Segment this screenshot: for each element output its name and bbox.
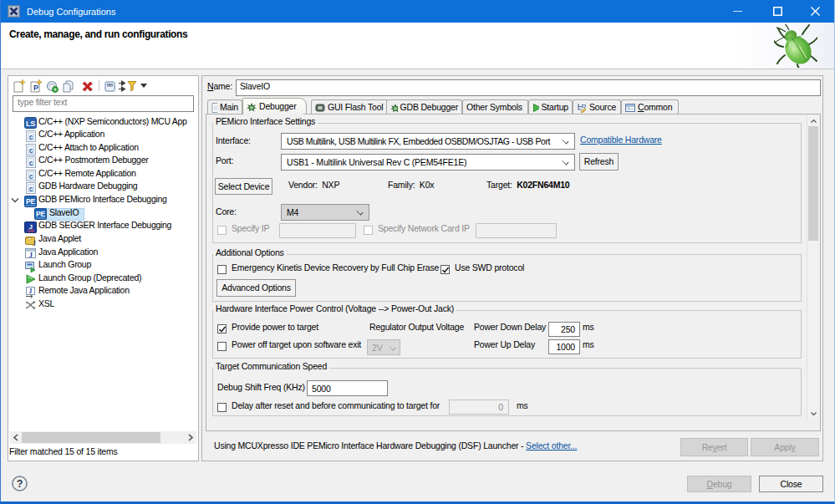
svg-text:Link: Link bbox=[28, 229, 34, 233]
svg-text:PE: PE bbox=[36, 210, 45, 218]
svg-text:?: ? bbox=[17, 478, 23, 490]
svg-text:J: J bbox=[29, 288, 33, 295]
svg-text:J: J bbox=[33, 239, 36, 247]
svg-text:P: P bbox=[33, 84, 38, 92]
svg-text:c: c bbox=[29, 159, 33, 167]
svg-text:c: c bbox=[29, 145, 33, 154]
svg-text:c: c bbox=[29, 185, 33, 193]
svg-text:c: c bbox=[29, 133, 33, 141]
svg-text:PE: PE bbox=[26, 197, 35, 206]
svg-text:c: c bbox=[29, 171, 33, 180]
svg-text:LS: LS bbox=[26, 120, 35, 128]
